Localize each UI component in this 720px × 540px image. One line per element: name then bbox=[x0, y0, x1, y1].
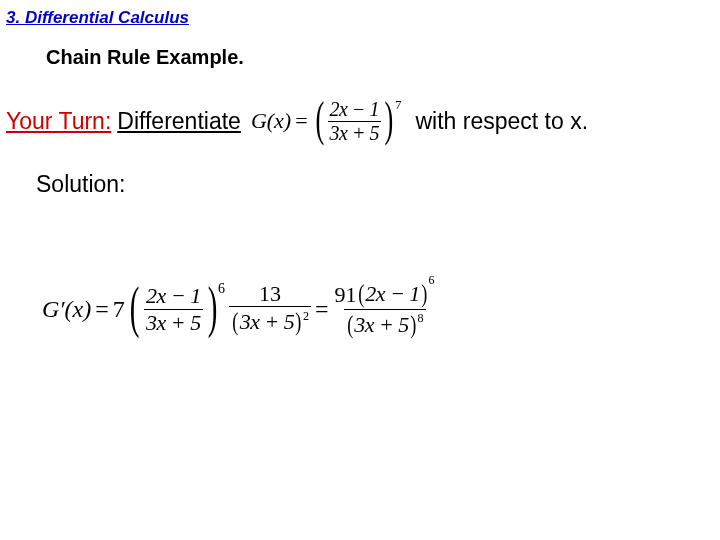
example-title: Chain Rule Example. bbox=[0, 28, 720, 69]
solution-label: Solution: bbox=[0, 145, 720, 198]
differentiate-label: Differentiate bbox=[117, 108, 241, 135]
frac2-den: ( 3x + 5 ) 2 bbox=[229, 306, 311, 335]
rhs-num-inner: 2x − 1 bbox=[365, 282, 420, 305]
your-turn-label: Your Turn: bbox=[6, 108, 111, 135]
power: 7 bbox=[395, 97, 402, 113]
frac2-den-inner: 3x + 5 bbox=[240, 310, 295, 333]
given-fraction: 2x − 1 3x + 5 bbox=[328, 99, 381, 144]
frac1: 2x − 1 3x + 5 bbox=[144, 284, 203, 333]
frac2: 13 ( 3x + 5 ) 2 bbox=[229, 282, 311, 335]
lhs: G(x) bbox=[251, 108, 291, 134]
lparen: ( bbox=[315, 95, 324, 143]
rhs-num-power: 6 bbox=[429, 273, 435, 287]
rparen1: ) bbox=[208, 278, 218, 336]
coeff-7: 7 bbox=[113, 296, 125, 323]
deriv-lhs: G′(x) bbox=[42, 296, 91, 323]
with-respect-label: with respect to x. bbox=[415, 108, 588, 135]
derivative-expression: G′(x) = 7 ( 2x − 1 3x + 5 ) 6 13 ( 3x + … bbox=[42, 280, 437, 338]
numerator: 2x − 1 bbox=[328, 99, 381, 121]
frac2-den-power: 2 bbox=[303, 310, 309, 323]
deriv-eq2: = bbox=[315, 296, 329, 323]
lparen1: ( bbox=[130, 278, 140, 336]
rparen: ) bbox=[385, 95, 394, 143]
deriv-eq: = bbox=[95, 296, 109, 323]
rhs-den-power: 8 bbox=[418, 312, 424, 325]
rhs-frac: 91(2x − 1)6 ( 3x + 5 ) 8 bbox=[333, 280, 437, 338]
rhs-den: ( 3x + 5 ) 8 bbox=[344, 309, 426, 338]
frac1-den: 3x + 5 bbox=[144, 309, 203, 334]
rhs-num-coeff: 91 bbox=[335, 282, 357, 307]
rhs-num: 91(2x − 1)6 bbox=[333, 280, 437, 308]
rhs-den-inner: 3x + 5 bbox=[354, 313, 409, 336]
equals: = bbox=[295, 108, 307, 134]
prompt-line: Your Turn: Differentiate G(x) = ( 2x − 1… bbox=[0, 69, 720, 145]
given-function: G(x) = ( 2x − 1 3x + 5 ) 7 bbox=[251, 97, 402, 145]
power1: 6 bbox=[218, 281, 225, 297]
frac2-num: 13 bbox=[257, 282, 283, 306]
frac1-num: 2x − 1 bbox=[144, 284, 203, 308]
section-heading: 3. Differential Calculus bbox=[0, 0, 720, 28]
denominator: 3x + 5 bbox=[328, 121, 381, 144]
solution-line: G′(x) = 7 ( 2x − 1 3x + 5 ) 6 13 ( 3x + … bbox=[0, 198, 720, 338]
